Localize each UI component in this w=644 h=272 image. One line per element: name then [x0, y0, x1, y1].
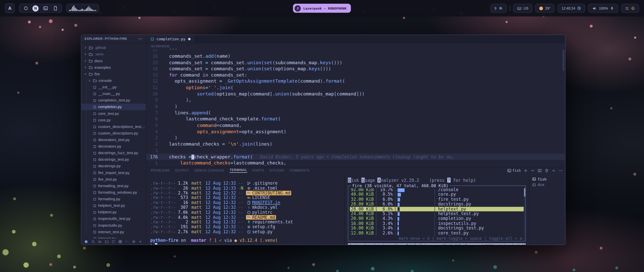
tree-item-examples[interactable]: examples — [81, 64, 146, 71]
tree-item-docstrings_fuzz_test.py[interactable]: docstrings_fuzz_test.py — [81, 150, 146, 156]
dua-row-docstrings-test-py[interactable]: 16.00 KiB|3.4%||docstrings_test.py — [350, 226, 524, 231]
status-search-icon[interactable] — [91, 240, 95, 244]
tree-item-__init__.py[interactable]: __init__.py — [81, 84, 146, 90]
clock-widget[interactable]: 12:40:24 — [557, 4, 585, 13]
tree-item-label: custom_descriptions.py — [98, 131, 138, 135]
tree-item-helptext.py[interactable]: helptext.py — [81, 209, 146, 215]
tree-item-.venv[interactable]: .venv — [81, 51, 146, 57]
dua-row-inspectutils-py[interactable]: 16.00 KiB|3.4%||inspectutils.py — [350, 221, 524, 226]
dua-row-fire-test-py[interactable]: 32.00 KiB|6.8%||fire_test.py — [350, 197, 524, 202]
dua-scrollbar[interactable] — [524, 186, 525, 241]
tree-item-fire_import_test.py[interactable]: fire_import_test.py — [81, 169, 146, 176]
desktop: A N Lazerpunk - ROBOPHONK 9 US 29° 12:40… — [0, 0, 644, 272]
tree-item-fire_test.py[interactable]: fire_test.py — [81, 176, 146, 183]
terminal-tab-dua[interactable]: dua — [529, 182, 565, 187]
tree-item-decorators_test.py[interactable]: decorators_test.py — [81, 137, 146, 143]
terminal-file-row: .rw-r--r--7.0kmatt12 Aug 12:32--pylintrc — [150, 210, 344, 215]
tree-item-label: formatting_test.py — [98, 184, 129, 188]
system-graph-widget[interactable] — [66, 4, 99, 13]
updates-widget[interactable]: 9 — [490, 4, 507, 13]
launcher-button[interactable]: A — [5, 3, 15, 13]
usage-bar — [398, 212, 432, 216]
tree-item-core_test.py[interactable]: core_test.py — [81, 110, 146, 117]
keyboard-layout-widget[interactable]: US — [513, 4, 533, 13]
terminal-tab-fish[interactable]: fish — [529, 176, 565, 182]
explorer-more-icon[interactable] — [138, 37, 143, 41]
taskbar-item-terminal[interactable] — [42, 5, 48, 11]
new-terminal-icon[interactable] — [524, 168, 528, 173]
terminal[interactable]: .rw-r--r--1.2kmatt12 Aug 12:32--.gitigno… — [146, 174, 344, 245]
panel-tab-debug-console[interactable]: DEBUG CONSOLE — [194, 168, 224, 172]
maximize-panel-icon[interactable] — [552, 168, 556, 173]
taskbar-item-neovim[interactable]: N — [32, 5, 38, 11]
tree-item-inspectutils_test.py[interactable]: inspectutils_test.py — [81, 216, 146, 222]
tree-item-completion_test.py[interactable]: completion_test.py — [81, 97, 146, 104]
tree-item-formatting_windows.py[interactable]: formatting_windows.py — [81, 189, 146, 196]
file-type-icon — [247, 206, 251, 210]
tree-item-decorators.py[interactable]: decorators.py — [81, 143, 146, 150]
status-extensions-icon[interactable] — [118, 240, 122, 244]
tree-item-fire[interactable]: fire — [81, 71, 146, 77]
dua-row-completion-py[interactable]: 20.00 KiB|4.3%||completion.py — [350, 216, 524, 221]
volume-widget[interactable]: 100% — [588, 4, 618, 13]
breadcrumb[interactable]: no elements — [146, 43, 565, 49]
kill-terminal-icon[interactable] — [545, 168, 549, 173]
tree-item-__main__.py[interactable]: __main__.py — [81, 90, 146, 97]
status-settings-icon[interactable] — [132, 240, 136, 244]
notifications-widget[interactable]: 11 — [621, 4, 639, 13]
tree-item-formatting_test.py[interactable]: formatting_test.py — [81, 183, 146, 189]
tree-item-core.py[interactable]: core.py — [81, 117, 146, 123]
dua-row-helptext-py[interactable]: 28.00 KiB|6.0%||helptext.py — [350, 207, 524, 211]
bell-icon — [631, 6, 635, 10]
panel-tab-comments[interactable]: COMMENTS — [290, 168, 309, 172]
panel-tab-problems[interactable]: PROBLEMS — [151, 168, 170, 172]
tree-item-custom_descriptions.py[interactable]: custom_descriptions.py — [81, 130, 146, 137]
tree-item-label: __init__.py — [98, 85, 116, 89]
dua-row-docstrings-py[interactable]: 28.00 KiB|6.0%||docstrings.py — [350, 202, 524, 207]
dua-row-core-test-py[interactable]: 12.00 KiB|2.6%||core_test.py — [350, 231, 524, 235]
dua-status-line: Sort mode: size descending Total disk us… — [348, 243, 526, 245]
status-explorer-icon[interactable] — [105, 240, 109, 244]
status-more-icon[interactable] — [125, 240, 129, 244]
terminal-dropdown-icon[interactable] — [531, 168, 535, 173]
tab-completion-py[interactable]: completion.py — [146, 35, 195, 43]
media-player-widget[interactable]: Lazerpunk - ROBOPHONK — [293, 4, 351, 13]
tree-item-completion.py[interactable]: completion.py — [81, 104, 146, 110]
code-line: 10 sorted(options_map[command].union(sub… — [146, 91, 565, 97]
disk-usage-pane[interactable]: Disk Usage Analyzer v2.29.2 (press ? for… — [344, 174, 529, 245]
code-line: 6 lastcommand_check_template.format( — [146, 116, 565, 122]
code-editor[interactable]: 17 """16 commands_set.add(name)15 comman… — [146, 49, 565, 167]
tree-item-docstrings.py[interactable]: docstrings.py — [81, 163, 146, 169]
tree-item-formatting.py[interactable]: formatting.py — [81, 196, 146, 202]
terminal-file-row: .rw-r--r--26matt12 Aug 12:33-N.mise.toml — [150, 186, 344, 191]
weather-widget[interactable]: 29° — [535, 4, 555, 13]
tree-item-helptext_test.py[interactable]: helptext_test.py — [81, 202, 146, 209]
editor-scrollbar[interactable] — [563, 50, 565, 71]
status-remote-icon[interactable] — [84, 240, 88, 244]
tree-item-docs[interactable]: docs — [81, 58, 146, 64]
tree-item-interact.py[interactable]: interact.py — [81, 235, 146, 239]
taskbar-item-files[interactable] — [52, 5, 58, 11]
status-debug-icon[interactable] — [98, 240, 102, 244]
tree-item-label: docstrings.py — [98, 164, 120, 168]
tree-item-interact_test.py[interactable]: interact_test.py — [81, 229, 146, 235]
panel-tab-ports[interactable]: PORTS — [252, 168, 264, 172]
status-indicator-icon[interactable] — [138, 240, 142, 244]
python-file-icon — [93, 210, 97, 214]
code-text: ), — [164, 97, 565, 104]
dua-row-core-py[interactable]: 40.00 KiB|8.5%||core.py — [350, 192, 524, 197]
panel-tab-output[interactable]: OUTPUT — [175, 168, 189, 172]
more-actions-icon[interactable] — [558, 168, 562, 173]
panel-tab-terminal[interactable]: TERMINAL — [230, 168, 247, 173]
status-sync-icon[interactable] — [111, 240, 115, 244]
tree-item-custom_descriptions_test.py[interactable]: custom_descriptions_test.py — [81, 123, 146, 130]
panel-tab-gitlens[interactable]: GITLENS — [269, 168, 284, 172]
taskbar-item-browser[interactable] — [23, 5, 29, 11]
dua-row-helptext-test-py[interactable]: 24.00 KiB|5.1%||helptext_test.py — [350, 212, 524, 216]
split-terminal-icon[interactable] — [538, 168, 542, 173]
tree-item-console[interactable]: console — [81, 77, 146, 84]
tree-item-.github[interactable]: .github — [81, 44, 146, 51]
shell-input-line[interactable]: ❯ — [150, 243, 344, 245]
tree-item-inspectutils.py[interactable]: inspectutils.py — [81, 222, 146, 229]
tree-item-docstrings_test.py[interactable]: docstrings_test.py — [81, 156, 146, 163]
